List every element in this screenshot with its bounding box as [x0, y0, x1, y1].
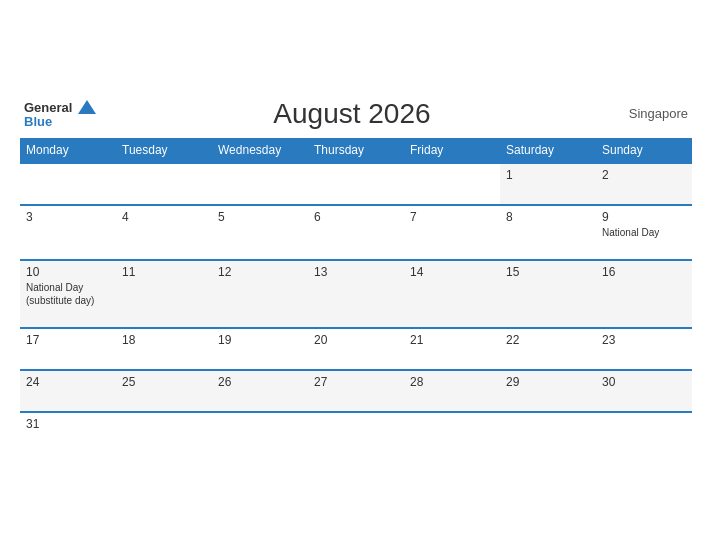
calendar-cell: 6 — [308, 205, 404, 260]
calendar-cell: 3 — [20, 205, 116, 260]
calendar-cell: 26 — [212, 370, 308, 412]
day-number: 13 — [314, 265, 398, 279]
day-number: 31 — [26, 417, 110, 431]
day-number: 19 — [218, 333, 302, 347]
calendar-cell: 31 — [20, 412, 116, 453]
day-number: 15 — [506, 265, 590, 279]
weekday-header-friday: Friday — [404, 138, 500, 163]
calendar-week-row: 17181920212223 — [20, 328, 692, 370]
logo-blue-text: Blue — [24, 115, 96, 129]
calendar-cell: 14 — [404, 260, 500, 328]
event-text: (substitute day) — [26, 294, 110, 307]
calendar-week-row: 31 — [20, 412, 692, 453]
calendar-wrapper: General Blue August 2026 Singapore Monda… — [10, 88, 702, 463]
day-number: 14 — [410, 265, 494, 279]
calendar-header: General Blue August 2026 Singapore — [20, 98, 692, 130]
day-number: 18 — [122, 333, 206, 347]
weekday-header-tuesday: Tuesday — [116, 138, 212, 163]
calendar-cell: 22 — [500, 328, 596, 370]
weekday-header-saturday: Saturday — [500, 138, 596, 163]
logo-general-text: General — [24, 100, 72, 115]
calendar-cell — [308, 163, 404, 205]
day-number: 2 — [602, 168, 686, 182]
calendar-cell — [212, 412, 308, 453]
day-number: 26 — [218, 375, 302, 389]
day-number: 22 — [506, 333, 590, 347]
calendar-cell — [116, 163, 212, 205]
calendar-cell: 8 — [500, 205, 596, 260]
calendar-week-row: 3456789National Day — [20, 205, 692, 260]
calendar-week-row: 12 — [20, 163, 692, 205]
weekday-header-wednesday: Wednesday — [212, 138, 308, 163]
event-text: National Day — [602, 226, 686, 239]
day-number: 20 — [314, 333, 398, 347]
day-number: 29 — [506, 375, 590, 389]
day-number: 4 — [122, 210, 206, 224]
calendar-week-row: 10National Day(substitute day)1112131415… — [20, 260, 692, 328]
day-number: 24 — [26, 375, 110, 389]
calendar-cell — [404, 412, 500, 453]
day-number: 8 — [506, 210, 590, 224]
calendar-cell: 16 — [596, 260, 692, 328]
calendar-cell: 17 — [20, 328, 116, 370]
svg-marker-0 — [78, 100, 96, 114]
calendar-cell: 24 — [20, 370, 116, 412]
day-number: 3 — [26, 210, 110, 224]
country-name: Singapore — [608, 106, 688, 121]
day-number: 1 — [506, 168, 590, 182]
day-number: 28 — [410, 375, 494, 389]
logo-general: General — [24, 98, 96, 116]
day-number: 25 — [122, 375, 206, 389]
event-text: National Day — [26, 281, 110, 294]
calendar-title: August 2026 — [96, 98, 608, 130]
calendar-cell: 18 — [116, 328, 212, 370]
calendar-cell: 30 — [596, 370, 692, 412]
logo-icon — [78, 100, 96, 114]
weekday-header-monday: Monday — [20, 138, 116, 163]
calendar-cell — [116, 412, 212, 453]
calendar-cell: 20 — [308, 328, 404, 370]
calendar-cell — [500, 412, 596, 453]
calendar-cell: 11 — [116, 260, 212, 328]
calendar-cell: 9National Day — [596, 205, 692, 260]
calendar-cell — [20, 163, 116, 205]
weekday-header-sunday: Sunday — [596, 138, 692, 163]
day-number: 23 — [602, 333, 686, 347]
calendar-cell — [212, 163, 308, 205]
calendar-cell: 13 — [308, 260, 404, 328]
calendar-cell: 27 — [308, 370, 404, 412]
calendar-cell: 5 — [212, 205, 308, 260]
day-number: 10 — [26, 265, 110, 279]
weekday-header-row: MondayTuesdayWednesdayThursdayFridaySatu… — [20, 138, 692, 163]
weekday-header-thursday: Thursday — [308, 138, 404, 163]
calendar-cell: 25 — [116, 370, 212, 412]
day-number: 11 — [122, 265, 206, 279]
calendar-cell: 21 — [404, 328, 500, 370]
calendar-cell: 4 — [116, 205, 212, 260]
calendar-cell — [308, 412, 404, 453]
calendar-cell: 1 — [500, 163, 596, 205]
calendar-cell: 10National Day(substitute day) — [20, 260, 116, 328]
calendar-cell: 15 — [500, 260, 596, 328]
day-number: 12 — [218, 265, 302, 279]
calendar-table: MondayTuesdayWednesdayThursdayFridaySatu… — [20, 138, 692, 453]
day-number: 21 — [410, 333, 494, 347]
day-number: 5 — [218, 210, 302, 224]
calendar-cell: 12 — [212, 260, 308, 328]
calendar-cell: 23 — [596, 328, 692, 370]
calendar-cell: 29 — [500, 370, 596, 412]
day-number: 6 — [314, 210, 398, 224]
day-number: 16 — [602, 265, 686, 279]
calendar-cell — [596, 412, 692, 453]
calendar-cell: 7 — [404, 205, 500, 260]
calendar-week-row: 24252627282930 — [20, 370, 692, 412]
day-number: 27 — [314, 375, 398, 389]
logo: General Blue — [24, 98, 96, 130]
day-number: 7 — [410, 210, 494, 224]
calendar-cell: 19 — [212, 328, 308, 370]
day-number: 9 — [602, 210, 686, 224]
calendar-cell — [404, 163, 500, 205]
calendar-cell: 28 — [404, 370, 500, 412]
day-number: 17 — [26, 333, 110, 347]
day-number: 30 — [602, 375, 686, 389]
